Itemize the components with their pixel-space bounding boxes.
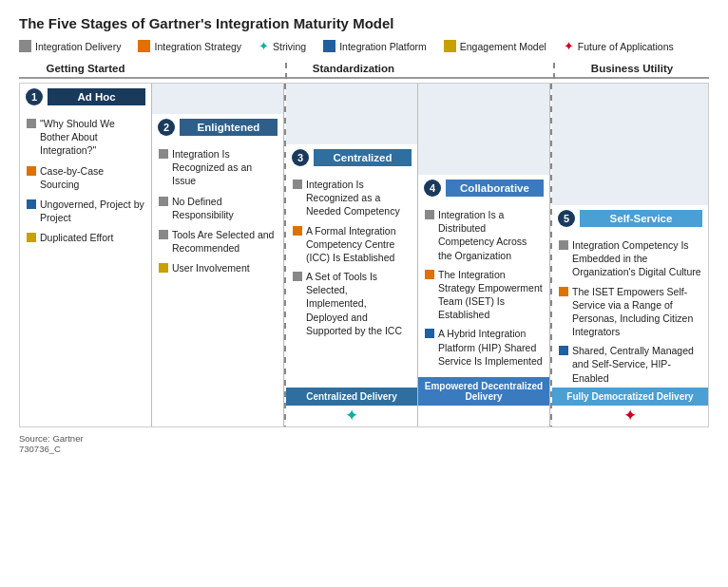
stage-4-col: 4 Collaborative Integration Is a Distrib… bbox=[418, 84, 550, 426]
stage-3-bullet-1: Integration Is Recognized as a Needed Co… bbox=[293, 178, 411, 218]
stage-1-bullet-2: Case-by-Case Sourcing bbox=[27, 164, 144, 191]
stage-3-bullet-3: A Set of Tools Is Selected, Implemented,… bbox=[293, 270, 411, 337]
stage-5-title: Self-Service bbox=[580, 210, 702, 227]
stage-4-bullet-2: The Integration Strategy Empowerment Tea… bbox=[425, 268, 543, 322]
stage-3-delivery: Centralized Delivery bbox=[286, 388, 417, 406]
source-label: Source: Gartner bbox=[19, 433, 709, 444]
page-title: The Five Stages of Gartner's Integration… bbox=[19, 15, 709, 31]
legend-item-striving: ✦ Striving bbox=[259, 39, 306, 53]
stage-4-bullet-3: A Hybrid Integration Platform (HIP) Shar… bbox=[425, 327, 543, 368]
phase-getting-started-2 bbox=[152, 63, 285, 79]
stage-4-delivery: Empowered Decentralized Delivery bbox=[418, 377, 549, 406]
stage-3-col: 3 Centralized Integration Is Recognized … bbox=[286, 84, 418, 426]
stage-5-spacer bbox=[552, 84, 708, 205]
stage-5-col: 5 Self-Service Integration Competency Is… bbox=[552, 84, 708, 426]
legend-item-strategy: Integration Strategy bbox=[138, 39, 241, 53]
stage-1-col: 1 Ad Hoc "Why Should We Bother About Int… bbox=[20, 84, 152, 426]
stage-3-spacer bbox=[286, 84, 417, 144]
legend: Integration Delivery Integration Strateg… bbox=[19, 39, 709, 53]
stage-3-title: Centralized bbox=[314, 149, 412, 166]
stage-3-bullet-2: A Formal Integration Competency Centre (… bbox=[293, 224, 411, 265]
legend-item-platform: Integration Platform bbox=[323, 39, 427, 53]
stage-5-bullet-3: Shared, Centrally Managed and Self-Servi… bbox=[559, 344, 701, 385]
stage-1-bullet-1: "Why Should We Bother About Integration?… bbox=[27, 117, 144, 158]
stage-4-star-row bbox=[418, 406, 549, 426]
stage-2-bullet-1: Integration Is Recognized as an Issue bbox=[159, 147, 277, 188]
stage-1-bullet-4: Duplicated Effort bbox=[27, 231, 144, 244]
stage-4-bullet-1: Integration Is a Distributed Competency … bbox=[425, 208, 543, 262]
stage-5-bullet-1: Integration Competency Is Embedded in th… bbox=[559, 238, 701, 279]
stage-5-bullet-2: The ISET Empowers Self-Service via a Ran… bbox=[559, 285, 701, 339]
phase-getting-started: Getting Started bbox=[19, 63, 152, 79]
stage-2-star-row bbox=[152, 407, 283, 426]
stage-5-number: 5 bbox=[558, 210, 575, 227]
stage-5-star-row: ✦ bbox=[552, 406, 708, 426]
stage-1-body: "Why Should We Bother About Integration?… bbox=[20, 114, 151, 407]
stage-3-number: 3 bbox=[292, 149, 309, 166]
stage-3-body: Integration Is Recognized as a Needed Co… bbox=[286, 175, 417, 388]
stage-2-bullet-2: No Defined Responsibility bbox=[159, 195, 277, 221]
stage-5-delivery: Fully Democratized Delivery bbox=[552, 388, 708, 406]
phase-standardization-2 bbox=[420, 63, 553, 79]
stage-2-title: Enlightened bbox=[180, 119, 278, 136]
stage-1-star-row bbox=[20, 407, 151, 426]
stage-2-number: 2 bbox=[158, 119, 175, 136]
stage-4-body: Integration Is a Distributed Competency … bbox=[418, 205, 549, 377]
stage-4-number: 4 bbox=[424, 180, 441, 197]
stage-4-title: Collaborative bbox=[446, 180, 544, 197]
source-block: Source: Gartner 730736_C bbox=[19, 433, 709, 454]
legend-item-delivery: Integration Delivery bbox=[19, 39, 121, 53]
stage-2-bullet-4: User Involvement bbox=[159, 261, 277, 275]
stage-1-number: 1 bbox=[26, 88, 43, 105]
stage-5-body: Integration Competency Is Embedded in th… bbox=[552, 236, 708, 388]
stage-1-bullet-3: Ungoverned, Project by Project bbox=[27, 198, 144, 224]
stage-4-spacer bbox=[418, 84, 549, 175]
stage-2-spacer bbox=[152, 84, 283, 114]
stage-2-bullet-3: Tools Are Selected and Recommended bbox=[159, 228, 277, 255]
stage-2-col: 2 Enlightened Integration Is Recognized … bbox=[152, 84, 284, 426]
stage-2-body: Integration Is Recognized as an Issue No… bbox=[152, 144, 283, 407]
stage-3-star-row: ✦ bbox=[286, 406, 417, 426]
phase-standardization: Standardization bbox=[287, 63, 420, 79]
phase-business: Business Utility bbox=[555, 63, 709, 79]
source-code: 730736_C bbox=[19, 444, 709, 454]
legend-item-future: ✦ Future of Applications bbox=[564, 39, 674, 53]
legend-item-engagement: Engagement Model bbox=[444, 39, 546, 53]
stage-1-title: Ad Hoc bbox=[48, 88, 145, 105]
